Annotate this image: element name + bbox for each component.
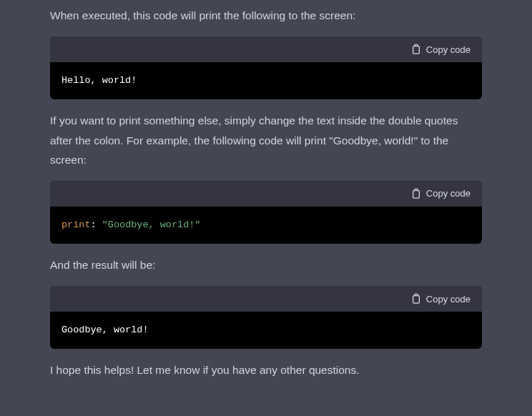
svg-rect-0 xyxy=(413,46,419,54)
code-space xyxy=(97,219,102,230)
code-colon: : xyxy=(91,219,97,230)
clipboard-icon xyxy=(411,188,421,199)
code-block-output-2: Copy code Goodbye, world! xyxy=(50,286,482,349)
code-header: Copy code xyxy=(50,181,482,207)
code-output-text: Goodbye, world! xyxy=(61,325,149,335)
svg-rect-2 xyxy=(413,296,419,304)
copy-code-button[interactable]: Copy code xyxy=(411,293,471,304)
copy-code-label: Copy code xyxy=(426,294,471,304)
code-block-example: Copy code print: "Goodbye, world!" xyxy=(50,181,482,244)
code-block-output-1: Copy code Hello, world! xyxy=(50,36,482,99)
svg-rect-1 xyxy=(413,190,419,198)
paragraph-result: And the result will be: xyxy=(50,255,482,274)
paragraph-intro: When executed, this code will print the … xyxy=(50,6,482,25)
code-output-text: Hello, world! xyxy=(61,75,137,86)
clipboard-icon xyxy=(411,44,421,55)
code-body: print: "Goodbye, world!" xyxy=(50,207,482,244)
code-body: Hello, world! xyxy=(50,62,482,99)
paragraph-explain: If you want to print something else, sim… xyxy=(50,111,482,169)
paragraph-closing: I hope this helps! Let me know if you ha… xyxy=(50,360,482,380)
message-content: When executed, this code will print the … xyxy=(0,6,532,380)
clipboard-icon xyxy=(411,293,421,304)
code-header: Copy code xyxy=(50,286,482,312)
copy-code-button[interactable]: Copy code xyxy=(411,44,471,55)
code-keyword: print xyxy=(61,219,91,230)
code-string: "Goodbye, world!" xyxy=(102,219,201,230)
copy-code-label: Copy code xyxy=(426,188,471,199)
copy-code-label: Copy code xyxy=(426,44,471,55)
copy-code-button[interactable]: Copy code xyxy=(411,188,471,199)
code-body: Goodbye, world! xyxy=(50,312,482,349)
code-header: Copy code xyxy=(50,36,482,62)
